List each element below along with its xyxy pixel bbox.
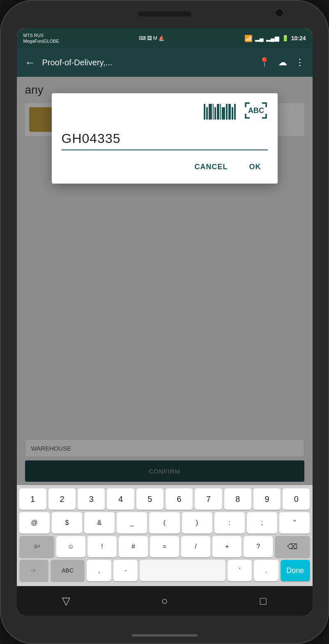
cancel-button[interactable]: CANCEL [188, 159, 235, 175]
key-ampersand[interactable]: & [84, 512, 115, 534]
abc-key[interactable]: ABC [51, 560, 85, 581]
time-display: 10:24 [291, 35, 306, 41]
bar [234, 104, 236, 120]
bar [209, 104, 212, 120]
barcode-icon[interactable] [204, 103, 236, 120]
ok-button[interactable]: OK [243, 159, 268, 175]
backspace-key[interactable]: ⌫ [275, 536, 310, 557]
key-9[interactable]: 9 [253, 488, 281, 510]
key-1[interactable]: 1 [19, 488, 46, 510]
keyboard-row-symbols1: @ $ & _ ( ) : ; " [19, 512, 310, 534]
bar [206, 107, 208, 120]
phone-screen: MTS RUS MegaFon|GLOBE ⌨ 🖼 M ⛵ 📶 ▂▄ ▂▄▆ [17, 28, 313, 616]
key-hyphen[interactable]: - [113, 560, 138, 581]
bar [220, 104, 221, 120]
key-6[interactable]: 6 [166, 488, 193, 510]
key-colon[interactable]: : [214, 512, 245, 534]
key-3[interactable]: 3 [78, 488, 105, 510]
nav-recent-icon: □ [260, 595, 267, 607]
key-question[interactable]: ? [244, 536, 273, 557]
gmail-icon: M [153, 35, 157, 41]
app-content: any [17, 77, 313, 485]
signal1-icon: ▂▄ [255, 35, 264, 41]
bar [222, 107, 225, 120]
key-8[interactable]: 8 [224, 488, 251, 510]
nav-bar: ▽ ○ □ [17, 586, 313, 616]
toolbar-title: Proof-of-Delivery,... [42, 58, 252, 67]
shift-icon: ①² [34, 544, 40, 550]
keyboard: 1 2 3 4 5 6 7 8 9 0 @ $ & _ ( ) : ; [17, 485, 313, 586]
location-icon[interactable]: 📍 [257, 55, 271, 69]
bar [228, 104, 231, 120]
bar [232, 107, 233, 120]
key-at[interactable]: @ [19, 512, 50, 534]
signal2-icon: ▂▄▆ [266, 35, 279, 41]
carrier-info: MTS RUS MegaFon|GLOBE [23, 32, 59, 44]
key-dollar[interactable]: $ [52, 512, 82, 534]
wifi-icon: 📶 [244, 34, 253, 42]
key-5[interactable]: 5 [136, 488, 163, 510]
image-icon: 🖼 [147, 35, 152, 41]
svg-text:ABC: ABC [248, 106, 264, 115]
nav-recent-button[interactable]: □ [251, 593, 276, 609]
key-underscore[interactable]: _ [117, 512, 147, 534]
notification-icons: ⌨ 🖼 M ⛵ [139, 35, 165, 41]
status-bar: MTS RUS MegaFon|GLOBE ⌨ 🖼 M ⛵ 📶 ▂▄ ▂▄▆ [17, 28, 313, 48]
barcode-input[interactable] [62, 128, 268, 150]
key-plus[interactable]: + [212, 536, 242, 557]
nav-back-icon: ▽ [62, 595, 70, 607]
barcode-dialog: ABC CANCEL OK [52, 93, 278, 184]
key-lparen[interactable]: ( [149, 512, 179, 534]
bar [217, 104, 219, 120]
key-slash[interactable]: / [181, 536, 210, 557]
phone-shell: MTS RUS MegaFon|GLOBE ⌨ 🖼 M ⛵ 📶 ▂▄ ▂▄▆ [0, 0, 329, 644]
carrier1: MTS RUS [23, 32, 59, 38]
key-smiley[interactable]: ☺ [56, 536, 85, 557]
done-key[interactable]: Done [281, 560, 310, 581]
key-2[interactable]: 2 [48, 488, 76, 510]
key-7[interactable]: 7 [195, 488, 222, 510]
key-space[interactable] [140, 560, 225, 581]
carrier2: MegaFon|GLOBE [23, 38, 59, 44]
key-period[interactable]: . [254, 560, 278, 581]
barcode-bars [204, 103, 236, 120]
ocr-scan-icon[interactable]: ABC [244, 101, 268, 121]
keyboard-row-numbers: 1 2 3 4 5 6 7 8 9 0 [19, 488, 310, 510]
keyboard-row-bottom: ☞ ABC , - ' . Done [19, 560, 310, 581]
bar [213, 104, 214, 120]
ship-icon: ⛵ [159, 35, 165, 41]
camera [275, 8, 284, 17]
dialog-input-row[interactable] [62, 128, 268, 150]
key-0[interactable]: 0 [283, 488, 310, 510]
nav-home-icon: ○ [161, 595, 168, 607]
ocr-icon-svg: ABC [244, 101, 268, 120]
key-equals[interactable]: = [150, 536, 179, 557]
dialog-overlay: ABC CANCEL OK [17, 77, 313, 485]
dialog-buttons: CANCEL OK [62, 159, 268, 179]
cloud-upload-icon[interactable]: ☁ [276, 55, 289, 69]
key-rparen[interactable]: ) [182, 512, 212, 534]
keyboard-row-symbols2: ①² ☺ ! # = / + ? ⌫ [19, 536, 310, 557]
bar [214, 107, 216, 120]
key-quote[interactable]: " [279, 512, 310, 534]
status-right: 📶 ▂▄ ▂▄▆ 🔋 10:24 [244, 34, 306, 42]
key-apostrophe[interactable]: ' [228, 560, 252, 581]
bar [226, 104, 228, 120]
nav-home-button[interactable]: ○ [152, 593, 177, 609]
key-hash[interactable]: # [119, 536, 148, 557]
shift-key[interactable]: ①² [19, 536, 54, 557]
overflow-menu-icon[interactable]: ⋮ [294, 55, 306, 69]
gesture-key[interactable]: ☞ [19, 560, 48, 581]
keyboard-icon: ⌨ [139, 35, 146, 41]
key-comma[interactable]: , [87, 560, 111, 581]
key-4[interactable]: 4 [107, 488, 134, 510]
nav-back-button[interactable]: ▽ [54, 593, 78, 609]
app-toolbar: ← Proof-of-Delivery,... 📍 ☁ ⋮ [17, 48, 313, 77]
back-button[interactable]: ← [23, 55, 37, 71]
key-exclaim[interactable]: ! [87, 536, 117, 557]
bar [204, 104, 205, 120]
battery-icon: 🔋 [282, 35, 289, 41]
key-semicolon[interactable]: ; [247, 512, 277, 534]
dialog-icons-row: ABC [62, 101, 268, 121]
